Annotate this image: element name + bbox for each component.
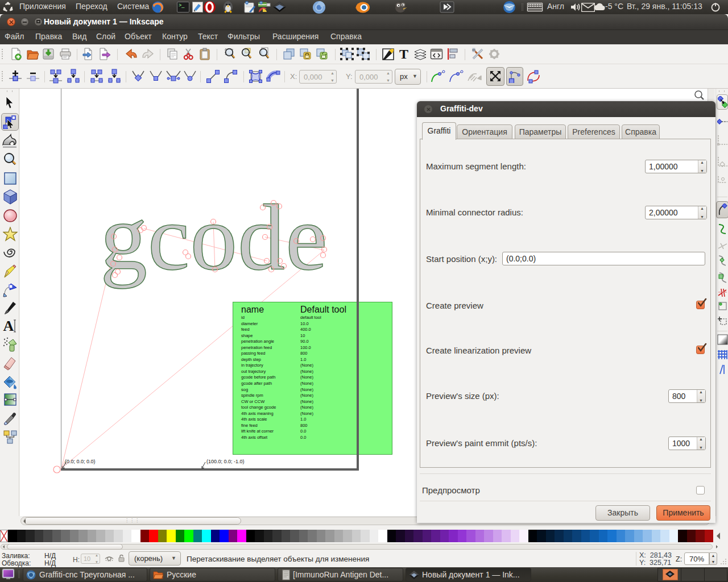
svg-text:T: T [399,47,408,61]
svg-text:A: A [3,318,14,334]
svg-text:gcode: gcode [100,185,328,289]
